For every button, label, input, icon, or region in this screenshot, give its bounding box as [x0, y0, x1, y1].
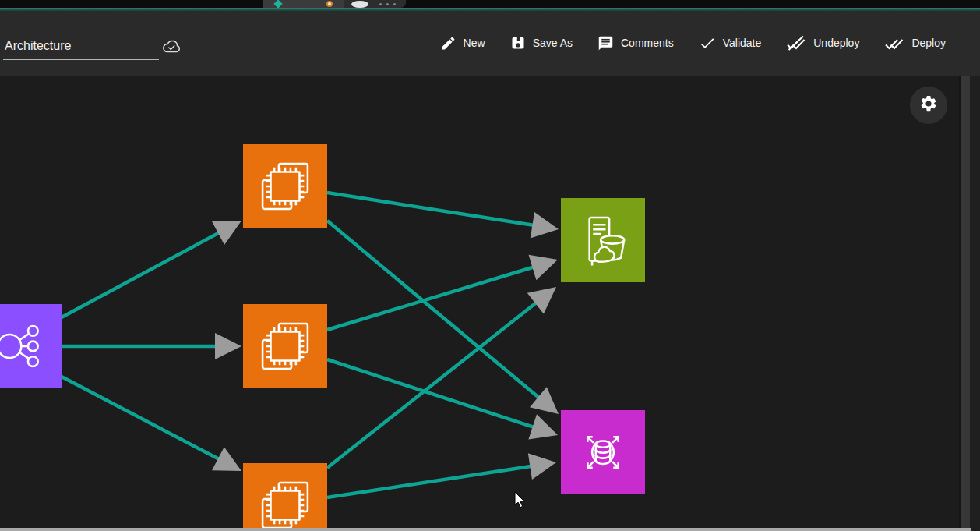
- vertical-scrollbar[interactable]: [959, 76, 970, 531]
- validate-button[interactable]: Validate: [699, 35, 762, 51]
- edge-compute-3-to-database[interactable]: [327, 466, 533, 497]
- undeploy-button[interactable]: Undeploy: [786, 34, 859, 51]
- new-button[interactable]: New: [440, 35, 485, 51]
- ec2-chip-icon: [256, 476, 314, 528]
- browser-tab-strip: [0, 0, 980, 8]
- diagram-canvas[interactable]: [0, 76, 959, 528]
- deploy-button[interactable]: Deploy: [884, 34, 946, 51]
- diagram-edges: [0, 76, 959, 528]
- mouse-cursor: [514, 491, 526, 512]
- diagram-title-input[interactable]: [3, 37, 159, 60]
- edge-compute-2-to-storage[interactable]: [327, 267, 535, 330]
- pencil-icon: [440, 35, 457, 51]
- browser-tab-active[interactable]: [263, 0, 344, 8]
- app-window: NewSave AsCommentsValidateUndeployDeploy: [0, 0, 980, 531]
- new-label: New: [464, 37, 485, 49]
- undeploy-label: Undeploy: [813, 37, 859, 49]
- arrowhead-icon: [527, 287, 556, 313]
- storage-rack-bucket-icon: [574, 211, 632, 269]
- ec2-chip-icon: [256, 158, 314, 215]
- diagram-title-field: [3, 34, 190, 65]
- edge-compute-1-to-database[interactable]: [327, 221, 541, 399]
- node-storage[interactable]: [561, 198, 645, 282]
- browser-tab-inactive[interactable]: [344, 0, 406, 8]
- tab-dot-icon: [393, 3, 396, 5]
- arrowhead-icon: [530, 387, 559, 414]
- double-check-icon: [884, 34, 904, 51]
- tab-favicon2-icon: [326, 1, 333, 7]
- node-database[interactable]: [561, 410, 645, 494]
- cloud-check-icon: [160, 37, 182, 59]
- double-check-slash-icon: [786, 34, 806, 51]
- check-icon: [699, 35, 716, 51]
- arrowhead-icon: [528, 453, 556, 480]
- ec2-chip-icon: [256, 317, 314, 375]
- arrowhead-icon: [529, 255, 558, 281]
- tab-dot-icon: [379, 3, 382, 5]
- editor-header: NewSave AsCommentsValidateUndeployDeploy: [0, 11, 980, 76]
- deploy-label: Deploy: [911, 37, 946, 49]
- canvas-settings-button[interactable]: [910, 87, 947, 124]
- node-compute-3[interactable]: [243, 463, 327, 528]
- edge-load-balancer-to-compute-1[interactable]: [62, 232, 221, 317]
- toolbar: NewSave AsCommentsValidateUndeployDeploy: [440, 34, 946, 51]
- load-balancer-icon: [0, 317, 48, 375]
- arrowhead-icon: [528, 414, 558, 439]
- comments-icon: [598, 35, 614, 51]
- database-scale-icon: [574, 423, 632, 481]
- node-load-balancer[interactable]: [0, 304, 62, 388]
- gear-icon: [919, 94, 938, 116]
- node-compute-1[interactable]: [243, 144, 327, 228]
- edge-compute-3-to-storage[interactable]: [327, 302, 538, 468]
- tab-dot-icon: [386, 3, 389, 5]
- arrowhead-icon: [215, 333, 241, 359]
- comments-button[interactable]: Comments: [598, 35, 674, 51]
- save-icon: [510, 35, 526, 51]
- tab-logo-icon: [351, 1, 368, 8]
- save-as-button[interactable]: Save As: [510, 35, 573, 51]
- node-compute-2[interactable]: [243, 304, 327, 388]
- right-gutter: [970, 76, 980, 531]
- edge-compute-1-to-storage[interactable]: [327, 193, 535, 225]
- edge-load-balancer-to-compute-3[interactable]: [62, 377, 220, 460]
- horizontal-scrollbar[interactable]: [0, 528, 971, 531]
- save-as-label: Save As: [533, 37, 573, 49]
- arrowhead-icon: [531, 212, 559, 239]
- comments-label: Comments: [621, 37, 674, 49]
- validate-label: Validate: [723, 37, 762, 49]
